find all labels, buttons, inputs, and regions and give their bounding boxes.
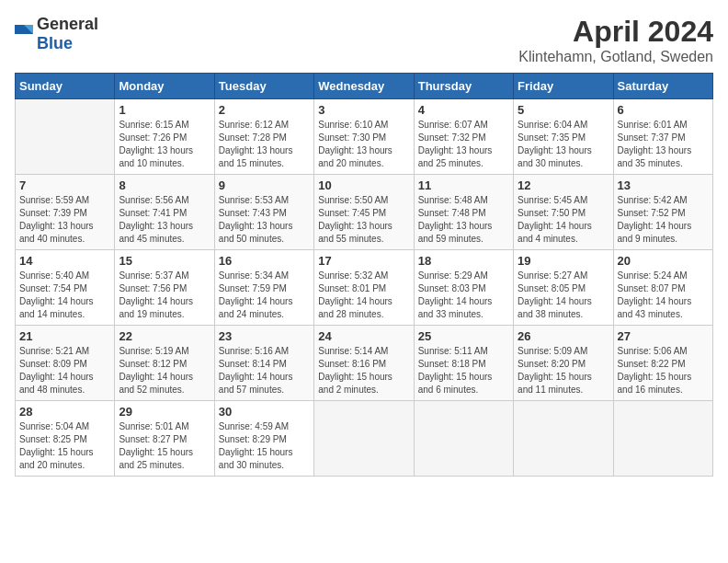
header: General Blue April 2024 Klintehamn, Gotl…: [15, 15, 713, 65]
day-number: 24: [318, 329, 409, 343]
weekday-header-sunday: Sunday: [16, 74, 115, 99]
calendar-cell: 14 Sunrise: 5:40 AM Sunset: 7:54 PM Dayl…: [16, 250, 115, 326]
weekday-header-wednesday: Wednesday: [314, 74, 414, 99]
day-info: Sunrise: 5:56 AM Sunset: 7:41 PM Dayligh…: [119, 194, 210, 246]
calendar-cell: 18 Sunrise: 5:29 AM Sunset: 8:03 PM Dayl…: [414, 250, 513, 326]
calendar-cell: 24 Sunrise: 5:14 AM Sunset: 8:16 PM Dayl…: [314, 326, 414, 401]
calendar-cell: 26 Sunrise: 5:09 AM Sunset: 8:20 PM Dayl…: [514, 326, 613, 401]
calendar-cell: 22 Sunrise: 5:19 AM Sunset: 8:12 PM Dayl…: [115, 326, 214, 401]
calendar-week-row-4: 28 Sunrise: 5:04 AM Sunset: 8:25 PM Dayl…: [16, 401, 713, 477]
weekday-header-monday: Monday: [115, 74, 214, 99]
title-area: April 2024 Klintehamn, Gotland, Sweden: [518, 15, 713, 65]
weekday-header-saturday: Saturday: [613, 74, 712, 99]
day-info: Sunrise: 5:53 AM Sunset: 7:43 PM Dayligh…: [219, 194, 310, 246]
day-info: Sunrise: 5:14 AM Sunset: 8:16 PM Dayligh…: [318, 345, 409, 396]
calendar-cell: [514, 401, 613, 477]
day-info: Sunrise: 5:32 AM Sunset: 8:01 PM Dayligh…: [318, 270, 409, 321]
day-number: 25: [418, 329, 509, 343]
day-info: Sunrise: 6:10 AM Sunset: 7:30 PM Dayligh…: [318, 119, 409, 170]
calendar-week-row-0: 1 Sunrise: 6:15 AM Sunset: 7:26 PM Dayli…: [16, 99, 713, 175]
day-number: 5: [518, 103, 609, 117]
calendar-cell: [16, 99, 115, 175]
calendar-cell: 28 Sunrise: 5:04 AM Sunset: 8:25 PM Dayl…: [16, 401, 115, 477]
calendar-cell: 6 Sunrise: 6:01 AM Sunset: 7:37 PM Dayli…: [613, 99, 712, 175]
day-info: Sunrise: 5:45 AM Sunset: 7:50 PM Dayligh…: [518, 194, 609, 246]
day-info: Sunrise: 6:12 AM Sunset: 7:28 PM Dayligh…: [219, 119, 310, 170]
calendar-table: SundayMondayTuesdayWednesdayThursdayFrid…: [15, 73, 713, 477]
calendar-cell: 19 Sunrise: 5:27 AM Sunset: 8:05 PM Dayl…: [514, 250, 613, 326]
day-info: Sunrise: 5:29 AM Sunset: 8:03 PM Dayligh…: [418, 270, 509, 321]
day-number: 14: [19, 254, 110, 268]
calendar-cell: 17 Sunrise: 5:32 AM Sunset: 8:01 PM Dayl…: [314, 250, 414, 326]
calendar-cell: 27 Sunrise: 5:06 AM Sunset: 8:22 PM Dayl…: [613, 326, 712, 401]
day-number: 3: [318, 103, 409, 117]
calendar-cell: 13 Sunrise: 5:42 AM Sunset: 7:52 PM Dayl…: [613, 175, 712, 250]
day-info: Sunrise: 5:11 AM Sunset: 8:18 PM Dayligh…: [418, 345, 509, 396]
day-info: Sunrise: 5:21 AM Sunset: 8:09 PM Dayligh…: [19, 345, 110, 396]
day-info: Sunrise: 5:16 AM Sunset: 8:14 PM Dayligh…: [219, 345, 310, 396]
calendar-cell: 29 Sunrise: 5:01 AM Sunset: 8:27 PM Dayl…: [115, 401, 214, 477]
calendar-cell: 15 Sunrise: 5:37 AM Sunset: 7:56 PM Dayl…: [115, 250, 214, 326]
day-info: Sunrise: 5:37 AM Sunset: 7:56 PM Dayligh…: [119, 270, 210, 321]
calendar-cell: 12 Sunrise: 5:45 AM Sunset: 7:50 PM Dayl…: [514, 175, 613, 250]
calendar-cell: [414, 401, 513, 477]
day-info: Sunrise: 5:24 AM Sunset: 8:07 PM Dayligh…: [618, 270, 709, 321]
day-info: Sunrise: 5:42 AM Sunset: 7:52 PM Dayligh…: [618, 194, 709, 246]
day-info: Sunrise: 6:07 AM Sunset: 7:32 PM Dayligh…: [418, 119, 509, 170]
calendar-cell: 4 Sunrise: 6:07 AM Sunset: 7:32 PM Dayli…: [414, 99, 513, 175]
day-number: 8: [119, 178, 210, 192]
calendar-cell: 23 Sunrise: 5:16 AM Sunset: 8:14 PM Dayl…: [214, 326, 313, 401]
day-number: 28: [19, 405, 110, 419]
day-info: Sunrise: 6:04 AM Sunset: 7:35 PM Dayligh…: [518, 119, 609, 170]
calendar-cell: 2 Sunrise: 6:12 AM Sunset: 7:28 PM Dayli…: [214, 99, 313, 175]
day-number: 9: [219, 178, 310, 192]
day-number: 4: [418, 103, 509, 117]
calendar-week-row-3: 21 Sunrise: 5:21 AM Sunset: 8:09 PM Dayl…: [16, 326, 713, 401]
day-number: 22: [119, 329, 210, 343]
day-info: Sunrise: 5:27 AM Sunset: 8:05 PM Dayligh…: [518, 270, 609, 321]
day-number: 6: [618, 103, 709, 117]
logo-icon: [15, 25, 33, 43]
weekday-header-row: SundayMondayTuesdayWednesdayThursdayFrid…: [16, 74, 713, 99]
logo-general-text: General: [37, 15, 98, 33]
day-info: Sunrise: 5:06 AM Sunset: 8:22 PM Dayligh…: [618, 345, 709, 396]
day-info: Sunrise: 5:48 AM Sunset: 7:48 PM Dayligh…: [418, 194, 509, 246]
calendar-cell: 30 Sunrise: 4:59 AM Sunset: 8:29 PM Dayl…: [214, 401, 313, 477]
day-info: Sunrise: 5:09 AM Sunset: 8:20 PM Dayligh…: [518, 345, 609, 396]
logo: General Blue: [15, 15, 98, 53]
day-info: Sunrise: 5:59 AM Sunset: 7:39 PM Dayligh…: [19, 194, 110, 246]
calendar-week-row-1: 7 Sunrise: 5:59 AM Sunset: 7:39 PM Dayli…: [16, 175, 713, 250]
logo-blue-text: Blue: [37, 34, 73, 52]
day-number: 18: [418, 254, 509, 268]
calendar-cell: 5 Sunrise: 6:04 AM Sunset: 7:35 PM Dayli…: [514, 99, 613, 175]
calendar-week-row-2: 14 Sunrise: 5:40 AM Sunset: 7:54 PM Dayl…: [16, 250, 713, 326]
day-number: 12: [518, 178, 609, 192]
location-title: Klintehamn, Gotland, Sweden: [518, 49, 713, 65]
day-info: Sunrise: 6:01 AM Sunset: 7:37 PM Dayligh…: [618, 119, 709, 170]
day-info: Sunrise: 5:01 AM Sunset: 8:27 PM Dayligh…: [119, 420, 210, 472]
calendar-cell: 10 Sunrise: 5:50 AM Sunset: 7:45 PM Dayl…: [314, 175, 414, 250]
day-number: 26: [518, 329, 609, 343]
calendar-cell: 3 Sunrise: 6:10 AM Sunset: 7:30 PM Dayli…: [314, 99, 414, 175]
day-number: 2: [219, 103, 310, 117]
calendar-cell: 25 Sunrise: 5:11 AM Sunset: 8:18 PM Dayl…: [414, 326, 513, 401]
day-number: 23: [219, 329, 310, 343]
day-number: 10: [318, 178, 409, 192]
day-number: 30: [219, 405, 310, 419]
day-number: 19: [518, 254, 609, 268]
day-number: 7: [19, 178, 110, 192]
calendar-cell: 7 Sunrise: 5:59 AM Sunset: 7:39 PM Dayli…: [16, 175, 115, 250]
day-info: Sunrise: 5:19 AM Sunset: 8:12 PM Dayligh…: [119, 345, 210, 396]
day-info: Sunrise: 5:04 AM Sunset: 8:25 PM Dayligh…: [19, 420, 110, 472]
calendar-cell: 8 Sunrise: 5:56 AM Sunset: 7:41 PM Dayli…: [115, 175, 214, 250]
day-number: 1: [119, 103, 210, 117]
day-number: 16: [219, 254, 310, 268]
day-number: 15: [119, 254, 210, 268]
day-number: 20: [618, 254, 709, 268]
calendar-cell: [314, 401, 414, 477]
weekday-header-tuesday: Tuesday: [214, 74, 313, 99]
day-info: Sunrise: 6:15 AM Sunset: 7:26 PM Dayligh…: [119, 119, 210, 170]
day-number: 21: [19, 329, 110, 343]
calendar-cell: 21 Sunrise: 5:21 AM Sunset: 8:09 PM Dayl…: [16, 326, 115, 401]
weekday-header-friday: Friday: [514, 74, 613, 99]
